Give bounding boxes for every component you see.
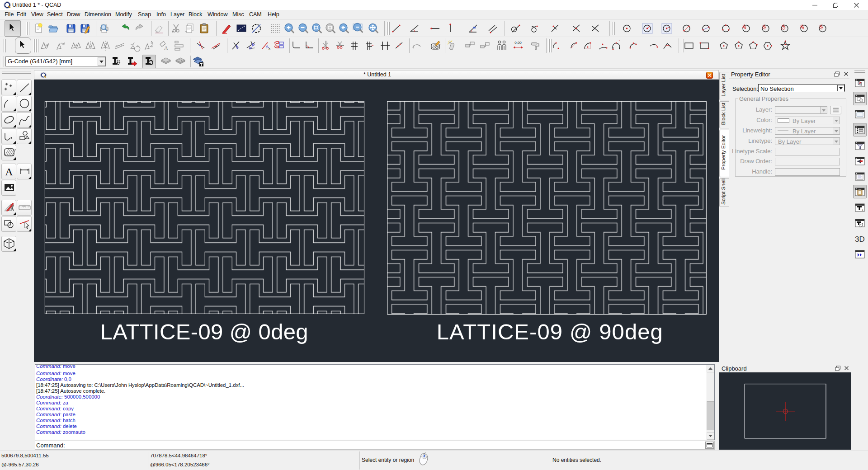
svg-text:LATTICE-09 @ 0deg: LATTICE-09 @ 0deg: [100, 320, 308, 344]
svg-text:A: A: [164, 45, 168, 51]
svg-text:3D: 3D: [855, 235, 865, 244]
svg-text:0.00: 0.00: [514, 41, 522, 45]
svg-text:x: x: [269, 47, 270, 51]
svg-text:LATTICE-09 @ 90deg: LATTICE-09 @ 90deg: [437, 320, 663, 344]
svg-text:A: A: [5, 166, 13, 178]
svg-text:1: 1: [862, 208, 863, 212]
